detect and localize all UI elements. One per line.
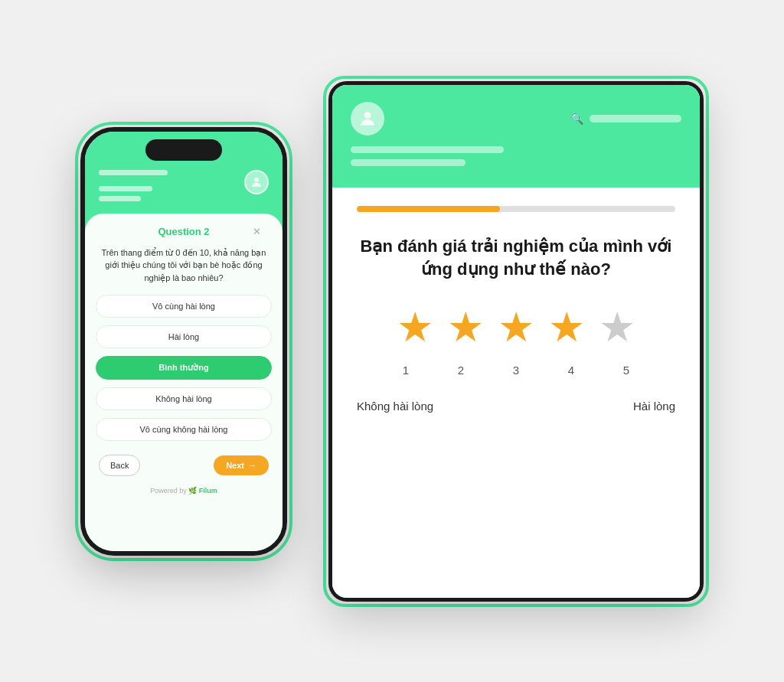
phone-bar-1 — [99, 170, 168, 175]
phone-header-left — [99, 170, 168, 201]
next-button[interactable]: Next → — [214, 455, 269, 475]
powered-by: Powered by 🌿 Filum — [96, 487, 272, 498]
tablet-line-1 — [351, 146, 504, 153]
tablet-search-bar — [590, 115, 681, 122]
star-1[interactable]: ★ — [397, 303, 433, 351]
tablet-line-2 — [351, 159, 466, 166]
next-arrow-icon: → — [248, 461, 256, 470]
tablet-body: Bạn đánh giá trải nghiệm của mình với ứn… — [332, 188, 700, 598]
tablet-screen: 🔍 Bạn đánh giá t — [332, 85, 700, 598]
option-1[interactable]: Vô cùng hài lòng — [96, 295, 272, 318]
phone-modal: Question 2 ✕ Trên thang điểm từ 0 đến 10… — [85, 214, 283, 551]
star-num-2: 2 — [440, 364, 482, 377]
star-4[interactable]: ★ — [548, 303, 585, 351]
star-num-4: 4 — [550, 364, 592, 377]
stars-row: ★ ★ ★ ★ ★ — [357, 303, 675, 351]
tablet-header-lines — [351, 146, 681, 166]
tablet-avatar — [351, 102, 384, 135]
tablet-device: 🔍 Bạn đánh giá t — [328, 81, 704, 602]
svg-point-0 — [254, 178, 259, 182]
tablet-search-row: 🔍 — [570, 113, 681, 125]
phone-bar-3 — [99, 196, 141, 201]
star-3[interactable]: ★ — [498, 303, 534, 351]
tablet-outer: 🔍 Bạn đánh giá t — [323, 76, 709, 607]
scene: Question 2 ✕ Trên thang điểm từ 0 đến 10… — [44, 45, 740, 638]
phone-outer: Question 2 ✕ Trên thang điểm từ 0 đến 10… — [75, 122, 292, 561]
option-3[interactable]: Bình thường — [96, 356, 272, 380]
tablet-header: 🔍 — [332, 85, 700, 188]
star-num-1: 1 — [385, 364, 426, 377]
star-numbers: 1 2 3 4 5 — [357, 364, 675, 377]
search-icon[interactable]: 🔍 — [570, 113, 583, 125]
option-5[interactable]: Vô cùng không hài lòng — [96, 418, 272, 441]
svg-point-1 — [364, 112, 371, 119]
modal-close-button[interactable]: ✕ — [253, 226, 261, 237]
phone-device: Question 2 ✕ Trên thang điểm từ 0 đến 10… — [80, 127, 287, 556]
modal-header-row: Question 2 ✕ — [96, 226, 272, 239]
modal-question: Trên thang điểm từ 0 đến 10, khả năng bạ… — [96, 246, 272, 285]
label-left: Không hài lòng — [357, 400, 433, 413]
star-num-3: 3 — [495, 364, 537, 377]
modal-title: Question 2 — [158, 226, 209, 237]
option-4[interactable]: Không hài lòng — [96, 387, 272, 410]
progress-bar-fill — [357, 206, 500, 212]
phone-screen: Question 2 ✕ Trên thang điểm từ 0 đến 10… — [85, 132, 283, 551]
phone-footer: Back Next → — [96, 449, 272, 479]
phone-bar-2 — [99, 186, 152, 191]
star-5[interactable]: ★ — [599, 303, 635, 351]
tablet-labels: Không hài lòng Hài lòng — [357, 400, 675, 413]
tablet-top-row: 🔍 — [351, 102, 681, 135]
tablet-question: Bạn đánh giá trải nghiệm của mình với ứn… — [357, 235, 675, 282]
label-right: Hài lòng — [633, 400, 675, 413]
option-2[interactable]: Hài lòng — [96, 325, 272, 348]
star-num-5: 5 — [606, 364, 647, 377]
back-button[interactable]: Back — [99, 455, 140, 476]
phone-avatar — [244, 170, 269, 194]
phone-notch — [145, 139, 222, 161]
star-2[interactable]: ★ — [447, 303, 484, 351]
next-label: Next — [226, 461, 244, 470]
progress-bar-container — [357, 206, 675, 212]
